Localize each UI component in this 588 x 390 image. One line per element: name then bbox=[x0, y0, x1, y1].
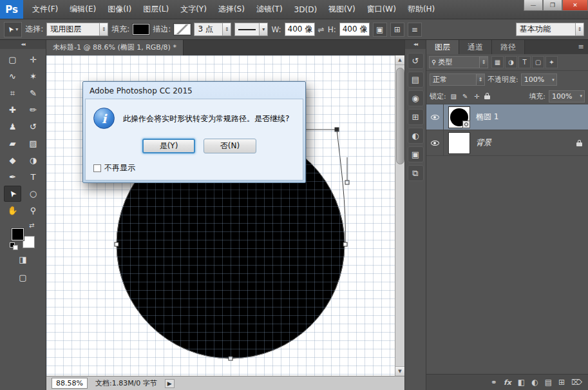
maximize-button[interactable]: ❐ bbox=[543, 0, 562, 11]
lock-transparency-icon[interactable]: ▨ bbox=[450, 93, 458, 100]
channels-panel-icon[interactable]: ⧉ bbox=[408, 165, 424, 181]
layer-thumbnail[interactable] bbox=[448, 132, 470, 154]
styles-panel-icon[interactable]: ▣ bbox=[408, 146, 424, 162]
menu-view[interactable]: 视图(V) bbox=[323, 4, 361, 15]
tool-blur[interactable]: ◆ bbox=[4, 152, 21, 168]
blend-mode-dropdown[interactable]: 正常 ⇕ bbox=[430, 73, 485, 86]
visibility-toggle[interactable] bbox=[426, 130, 444, 155]
adjustments-panel-icon[interactable]: ◐ bbox=[408, 128, 424, 144]
menu-select[interactable]: 选择(S) bbox=[213, 4, 251, 15]
scrollbar-thumb[interactable] bbox=[396, 68, 404, 164]
tool-preset-picker[interactable]: ➤ ▾ bbox=[4, 22, 22, 37]
visibility-toggle[interactable] bbox=[426, 104, 444, 130]
swatches-panel-icon[interactable]: ⊞ bbox=[408, 109, 424, 125]
shape-width-input[interactable]: 400 像 bbox=[285, 23, 315, 36]
tab-layers[interactable]: 图层 bbox=[426, 40, 459, 54]
tool-hand[interactable]: ✋ bbox=[4, 202, 21, 219]
tab-paths[interactable]: 路径 bbox=[492, 40, 525, 54]
menu-layer[interactable]: 图层(L) bbox=[137, 4, 175, 15]
tool-move[interactable]: ✛ bbox=[24, 52, 42, 68]
zoom-level-field[interactable]: 88.58% bbox=[52, 378, 88, 389]
new-layer-icon[interactable]: ⊞ bbox=[558, 378, 565, 387]
filter-adjustment-layers-icon[interactable]: ◑ bbox=[505, 56, 517, 68]
tool-ellipse[interactable]: ○ bbox=[24, 186, 42, 202]
tool-healing-brush[interactable]: ✚ bbox=[4, 102, 21, 118]
link-layers-icon[interactable]: ⚭ bbox=[491, 378, 497, 387]
menu-filter[interactable]: 滤镜(T) bbox=[251, 4, 289, 15]
dont-show-again-checkbox[interactable] bbox=[93, 164, 101, 172]
tool-eyedropper[interactable]: ✎ bbox=[24, 85, 42, 101]
screen-mode-button[interactable]: ▢ bbox=[14, 269, 32, 286]
history-panel-icon[interactable]: ↺ bbox=[408, 53, 424, 69]
properties-panel-icon[interactable]: ▤ bbox=[408, 72, 424, 88]
filter-pixel-layers-icon[interactable]: ▦ bbox=[491, 56, 504, 68]
menu-edit[interactable]: 编辑(E) bbox=[64, 4, 102, 15]
expand-panels-icon[interactable]: ◂◂ bbox=[405, 40, 426, 49]
layer-name[interactable]: 椭圆 1 bbox=[476, 112, 498, 122]
layer-fill-dropdown[interactable]: 100% ▾ bbox=[549, 90, 585, 102]
tool-gradient[interactable]: ▨ bbox=[24, 135, 42, 151]
path-operations-button[interactable]: ▣ bbox=[373, 23, 387, 37]
panel-menu-icon[interactable]: ≡ bbox=[574, 40, 588, 54]
scroll-up-icon[interactable]: ▲ bbox=[395, 55, 405, 65]
filter-kind-dropdown[interactable]: ⚲ 类型 ⇕ bbox=[429, 56, 488, 68]
link-dimensions-icon[interactable]: ⇌ bbox=[318, 25, 325, 34]
menu-help[interactable]: 帮助(H) bbox=[402, 4, 441, 15]
path-arrange-button[interactable]: ≡ bbox=[408, 23, 422, 37]
quick-mask-button[interactable]: ◨ bbox=[14, 251, 32, 268]
background-color-swatch[interactable] bbox=[23, 236, 35, 248]
fill-color-swatch[interactable] bbox=[133, 24, 149, 35]
menu-type[interactable]: 文字(Y) bbox=[175, 4, 213, 15]
tool-rectangular-marquee[interactable]: ▢ bbox=[4, 52, 21, 68]
menu-image[interactable]: 图像(I) bbox=[102, 4, 137, 15]
menu-file[interactable]: 文件(F) bbox=[26, 4, 64, 15]
select-mode-dropdown[interactable]: 现用图层 ⇕ bbox=[46, 23, 108, 36]
menu-window[interactable]: 窗口(W) bbox=[361, 4, 402, 15]
tool-magic-wand[interactable]: ✶ bbox=[24, 68, 42, 84]
tool-clone-stamp[interactable]: ♟ bbox=[4, 119, 21, 135]
tab-channels[interactable]: 通道 bbox=[459, 40, 492, 54]
layer-row-background[interactable]: 背景 bbox=[426, 130, 588, 156]
filter-shape-layers-icon[interactable]: ▢ bbox=[532, 56, 544, 68]
status-expand-icon[interactable]: ▶ bbox=[165, 379, 175, 388]
document-tab[interactable]: 未标题-1 @ 88.6% (椭圆 1, RGB/8) * bbox=[46, 40, 184, 55]
tool-path-selection[interactable]: ➤ bbox=[4, 186, 21, 202]
add-mask-icon[interactable]: ◧ bbox=[518, 378, 525, 387]
vertical-scrollbar[interactable]: ▲ ▼ bbox=[395, 55, 404, 376]
layer-name[interactable]: 背景 bbox=[476, 137, 491, 148]
stroke-width-dropdown[interactable]: 3 点 ⇕ bbox=[194, 23, 231, 36]
tool-brush[interactable]: ✏ bbox=[24, 102, 42, 118]
stroke-color-swatch[interactable] bbox=[174, 24, 191, 35]
lock-paint-icon[interactable]: ✎ bbox=[461, 93, 469, 100]
layer-style-icon[interactable]: fx bbox=[504, 378, 511, 387]
layer-thumbnail[interactable] bbox=[448, 106, 470, 128]
tool-history-brush[interactable]: ↺ bbox=[24, 119, 42, 135]
yes-button[interactable]: 是(Y) bbox=[142, 139, 195, 153]
tool-zoom[interactable]: ⚲ bbox=[24, 202, 42, 219]
tool-pen[interactable]: ✒ bbox=[4, 169, 21, 185]
layer-row-ellipse-1[interactable]: 椭圆 1 bbox=[426, 104, 588, 130]
tool-crop[interactable]: ⌗ bbox=[4, 85, 21, 101]
default-colors-icon[interactable] bbox=[13, 245, 18, 250]
new-group-icon[interactable]: ▤ bbox=[545, 378, 552, 387]
no-button[interactable]: 否(N) bbox=[204, 139, 256, 153]
foreground-color-swatch[interactable] bbox=[12, 228, 24, 240]
lock-all-icon[interactable] bbox=[484, 93, 490, 99]
workspace-switcher[interactable]: 基本功能 ⇕ bbox=[516, 23, 584, 36]
menu-3d[interactable]: 3D(D) bbox=[289, 5, 323, 14]
shape-height-input[interactable]: 400 像 bbox=[339, 23, 370, 36]
minimize-button[interactable]: — bbox=[524, 0, 543, 11]
swap-colors-icon[interactable]: ⇄ bbox=[29, 222, 34, 229]
adjustment-layer-icon[interactable]: ◐ bbox=[531, 378, 538, 387]
path-alignment-button[interactable]: ⊞ bbox=[390, 23, 404, 37]
tool-dodge[interactable]: ◑ bbox=[24, 152, 42, 168]
collapse-toolbar-icon[interactable]: ◂◂ bbox=[0, 40, 46, 49]
lock-position-icon[interactable]: ✛ bbox=[473, 93, 481, 100]
opacity-dropdown[interactable]: 100% ▾ bbox=[521, 73, 557, 86]
filter-type-layers-icon[interactable]: T bbox=[518, 56, 531, 68]
close-button[interactable]: ✕ bbox=[562, 0, 588, 11]
delete-layer-icon[interactable]: ⌦ bbox=[571, 378, 582, 387]
tool-type[interactable]: T bbox=[24, 169, 42, 185]
tool-eraser[interactable]: ▰ bbox=[4, 135, 21, 151]
scroll-down-icon[interactable]: ▼ bbox=[395, 366, 405, 376]
